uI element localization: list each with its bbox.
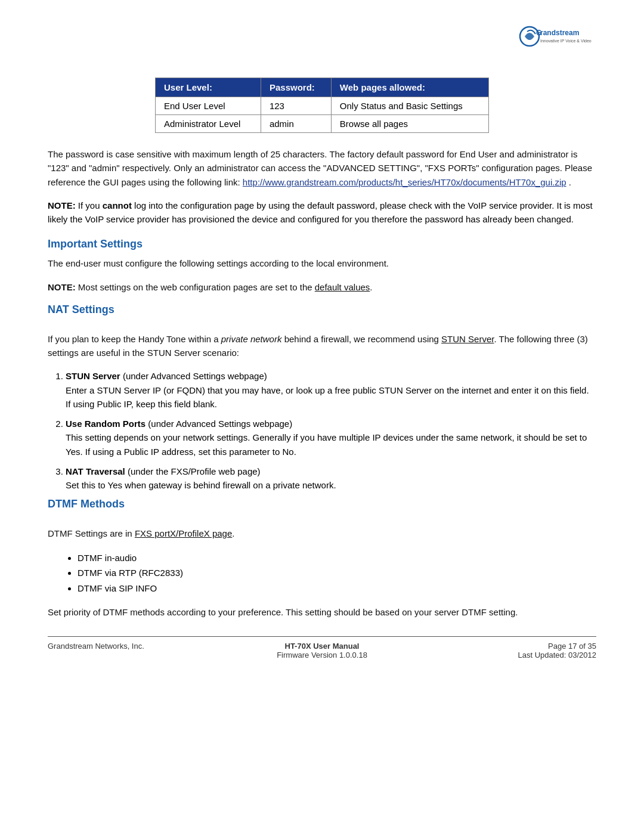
col-header-web-pages: Web pages allowed: <box>331 78 488 97</box>
col-header-password: Password: <box>261 78 331 97</box>
password-note-paragraph: The password is case sensitive with maxi… <box>48 147 596 189</box>
dtmf-intro-end: . <box>232 528 234 538</box>
nat-item-3-extra: (under the FXS/Profile web page) <box>125 466 261 476</box>
list-item: STUN Server (under Advanced Settings web… <box>66 369 596 411</box>
dtmf-intro: DTMF Settings are in FXS portX/ProfileX … <box>48 527 596 540</box>
list-item: DTMF in-audio <box>78 550 596 566</box>
important-settings-note: NOTE: Most settings on the web configura… <box>48 280 596 294</box>
list-item: Use Random Ports (under Advanced Setting… <box>66 417 596 459</box>
important-settings-intro-text: The end-user must configure the followin… <box>48 258 389 268</box>
dtmf-methods-heading: DTMF Methods <box>48 498 596 510</box>
table-row: Administrator Level admin Browse all pag… <box>156 115 489 133</box>
fxs-link[interactable]: FXS portX/ProfileX page <box>135 528 232 538</box>
list-item: NAT Traversal (under the FXS/Profile web… <box>66 465 596 493</box>
password-note-end: . <box>566 177 571 187</box>
dtmf-intro-text: DTMF Settings are in <box>48 528 135 538</box>
nat-item-2-body: This setting depends on your network set… <box>66 432 587 456</box>
footer-center: HT-70X User Manual Firmware Version 1.0.… <box>231 642 414 659</box>
list-item: DTMF via RTP (RFC2833) <box>78 565 596 581</box>
svg-text:randstream: randstream <box>540 29 579 37</box>
cell-pages-1: Only Status and Basic Settings <box>331 97 488 115</box>
list-item: DTMF via SIP INFO <box>78 581 596 596</box>
nat-settings-heading: NAT Settings <box>48 304 596 316</box>
nat-intro-1: If you plan to keep the Handy Tone withi… <box>48 334 221 344</box>
nat-item-1-label: STUN Server <box>66 371 120 381</box>
logo-box: randstream G Innovative IP Voice & Video <box>519 24 596 60</box>
credentials-table: User Level: Password: Web pages allowed:… <box>155 78 489 133</box>
nat-item-2-extra: (under Advanced Settings webpage) <box>145 419 292 429</box>
default-values-text: default values <box>315 282 370 292</box>
footer-right-line1: Page 17 of 35 <box>413 642 596 651</box>
nat-numbered-list: STUN Server (under Advanced Settings web… <box>66 369 596 492</box>
is-note-label: NOTE: <box>48 282 76 292</box>
nat-settings-intro: If you plan to keep the Handy Tone withi… <box>48 332 596 360</box>
nat-item-2-label: Use Random Ports <box>66 419 145 429</box>
important-settings-heading: Important Settings <box>48 238 596 250</box>
page-footer: Grandstream Networks, Inc. HT-70X User M… <box>48 636 596 659</box>
dtmf-bullet-list: DTMF in-audio DTMF via RTP (RFC2833) DTM… <box>78 550 596 596</box>
gui-link[interactable]: http://www.grandstream.com/products/ht_s… <box>243 177 566 187</box>
is-note-end: . <box>370 282 372 292</box>
footer-right-line2: Last Updated: 03/2012 <box>413 651 596 659</box>
footer-center-line1: HT-70X User Manual <box>231 642 414 651</box>
stun-server-link[interactable]: STUN Server <box>441 334 494 344</box>
note-label: NOTE: <box>48 200 76 210</box>
nat-intro-2: behind a firewall, we recommend using <box>281 334 441 344</box>
cell-password-1: 123 <box>261 97 331 115</box>
table-row: End User Level 123 Only Status and Basic… <box>156 97 489 115</box>
footer-left: Grandstream Networks, Inc. <box>48 642 231 659</box>
nat-item-3-label: NAT Traversal <box>66 466 125 476</box>
cannot-text: cannot <box>103 200 132 210</box>
footer-right: Page 17 of 35 Last Updated: 03/2012 <box>413 642 596 659</box>
nat-item-3-body: Set this to Yes when gateway is behind f… <box>66 480 336 490</box>
is-note-text: Most settings on the web configuration p… <box>76 282 315 292</box>
grandstream-logo: randstream G Innovative IP Voice & Video <box>519 26 596 58</box>
dtmf-closing: Set priority of DTMF methods according t… <box>48 605 596 619</box>
nat-private-network: private network <box>221 334 282 344</box>
logo-area: randstream G Innovative IP Voice & Video <box>48 24 596 60</box>
note-text-1: If you <box>76 200 103 210</box>
nat-item-1-extra: (under Advanced Settings webpage) <box>120 371 267 381</box>
svg-text:G: G <box>536 29 541 37</box>
cell-pages-2: Browse all pages <box>331 115 488 133</box>
footer-center-line2: Firmware Version 1.0.0.18 <box>231 651 414 659</box>
svg-text:Innovative IP Voice & Video: Innovative IP Voice & Video <box>540 39 592 43</box>
cell-password-2: admin <box>261 115 331 133</box>
important-settings-intro: The end-user must configure the followin… <box>48 256 596 270</box>
page-container: randstream G Innovative IP Voice & Video… <box>0 0 644 676</box>
note-block: NOTE: If you cannot log into the configu… <box>48 199 596 227</box>
nat-item-1-body: Enter a STUN Server IP (or FQDN) that yo… <box>66 385 589 409</box>
cell-user-level-2: Administrator Level <box>156 115 261 133</box>
col-header-user-level: User Level: <box>156 78 261 97</box>
cell-user-level-1: End User Level <box>156 97 261 115</box>
